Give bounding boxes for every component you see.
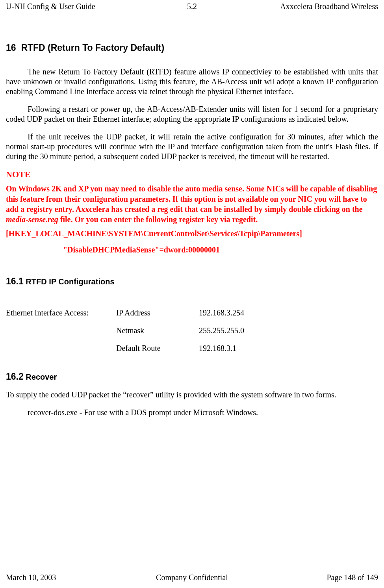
note-body-post: file. Or you can enter the following reg…	[58, 215, 258, 224]
section-16-1-title: RTFD IP Configurations	[26, 277, 114, 286]
note-body-filename: media-sense.reg	[6, 215, 58, 224]
section-16-para-2: Following a restart or power up, the AB-…	[6, 104, 378, 124]
config-field: IP Address	[116, 308, 199, 326]
footer-confidential: Company Confidential	[130, 573, 254, 582]
section-16-2-item-1: recover-dos.exe - For use with a DOS pro…	[28, 408, 378, 417]
note-heading: NOTE	[6, 169, 378, 180]
header-version: 5.2	[130, 2, 254, 11]
section-16-2-number: 16.2	[6, 371, 24, 382]
section-16-title: RTFD (Return To Factory Default)	[21, 43, 164, 53]
page-header: U-NII Config & User Guide 5.2 Axxcelera …	[6, 0, 378, 11]
header-right: Axxcelera Broadband Wireless	[254, 2, 378, 11]
config-field: Default Route	[116, 344, 199, 362]
section-16-2-heading: 16.2 Recover	[6, 371, 378, 382]
section-16-1-number: 16.1	[6, 276, 24, 286]
note-body-pre: On Windows 2K and XP you may need to dis…	[6, 184, 377, 213]
section-16-number: 16	[6, 43, 16, 53]
config-value: 192.168.3.1	[199, 344, 244, 362]
table-row: Ethernet Interface Access: IP Address 19…	[6, 308, 244, 326]
config-field: Netmask	[116, 326, 199, 344]
note-registry-value: "DisableDHCPMediaSense"=dword:00000001	[63, 245, 378, 254]
rtfd-ip-config-table: Ethernet Interface Access: IP Address 19…	[6, 308, 244, 362]
section-16-1-heading: 16.1 RTFD IP Configurations	[6, 276, 378, 287]
header-left: U-NII Config & User Guide	[6, 2, 130, 11]
section-16-heading: 16 RTFD (Return To Factory Default)	[6, 43, 378, 53]
note-registry-key: [HKEY_LOCAL_MACHINE\SYSTEM\CurrentContro…	[6, 229, 378, 238]
section-16-2-para-1: To supply the coded UDP packet the “reco…	[6, 390, 378, 400]
table-row: Netmask 255.255.255.0	[6, 326, 244, 344]
footer-date: March 10, 2003	[6, 573, 130, 582]
section-16-para-3: If the unit receives the UDP packet, it …	[6, 132, 378, 161]
config-value: 192.168.3.254	[199, 308, 244, 326]
table-row: Default Route 192.168.3.1	[6, 344, 244, 362]
footer-page-number: Page 148 of 149	[254, 573, 378, 582]
page-footer: March 10, 2003 Company Confidential Page…	[6, 573, 378, 582]
section-16-2-title: Recover	[26, 373, 57, 381]
config-value: 255.255.255.0	[199, 326, 244, 344]
note-body: On Windows 2K and XP you may need to dis…	[6, 184, 378, 224]
section-16-para-1: The new Return To Factory Default (RTFD)…	[6, 67, 378, 96]
config-label: Ethernet Interface Access:	[6, 308, 116, 326]
